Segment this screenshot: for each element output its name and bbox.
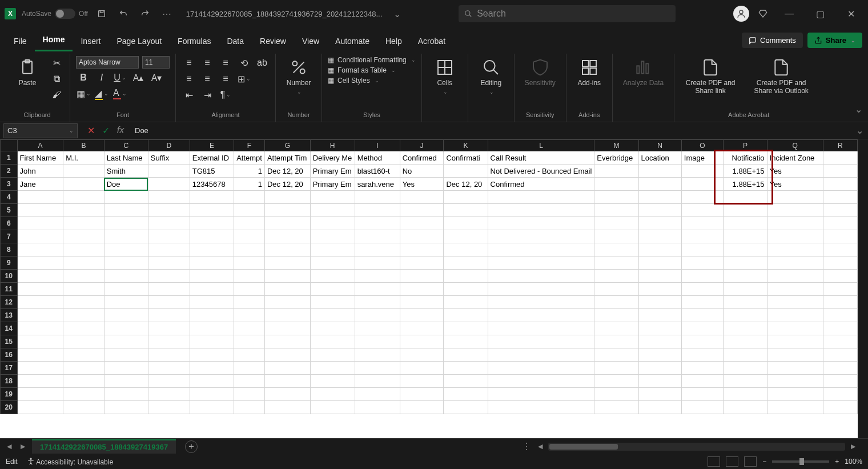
row-header[interactable]: 17 (1, 362, 18, 375)
cell[interactable]: Primary Em (310, 165, 355, 178)
cell[interactable] (355, 335, 400, 348)
cell[interactable] (681, 230, 723, 243)
cell[interactable] (310, 309, 355, 322)
redo-icon[interactable] (137, 6, 153, 22)
cell[interactable] (823, 217, 857, 230)
autosave-toggle[interactable]: AutoSave Off (22, 9, 88, 19)
cell[interactable] (104, 256, 148, 270)
cell[interactable] (310, 217, 355, 230)
cell[interactable] (681, 335, 723, 348)
cancel-edit-icon[interactable]: ✕ (85, 125, 97, 136)
cell[interactable] (104, 191, 148, 204)
cell[interactable] (638, 217, 681, 230)
cell[interactable] (724, 230, 767, 243)
cell[interactable] (310, 322, 355, 335)
ribbon-collapse-icon[interactable]: ⌄ (855, 104, 862, 115)
column-header[interactable]: O (681, 140, 723, 151)
cell[interactable] (310, 362, 355, 375)
tab-home[interactable]: Home (35, 29, 73, 51)
formula-input[interactable] (130, 123, 851, 138)
cell[interactable] (63, 335, 104, 348)
cell[interactable] (63, 375, 104, 388)
cell[interactable] (355, 322, 400, 335)
cell[interactable] (638, 375, 681, 388)
cells-button[interactable]: Cells⌄ (428, 56, 462, 97)
tab-page-layout[interactable]: Page Layout (108, 31, 170, 51)
cell[interactable] (400, 401, 444, 414)
cell[interactable] (63, 243, 104, 256)
cell[interactable] (400, 335, 444, 348)
cell[interactable]: Confirmed (400, 151, 444, 165)
number-format-button[interactable]: Number⌄ (282, 56, 316, 97)
zoom-out-icon[interactable]: − (762, 458, 766, 466)
cell[interactable]: Dec 12, 20 (444, 178, 488, 191)
cell[interactable] (190, 270, 234, 283)
cell[interactable] (638, 335, 681, 348)
align-right-icon[interactable]: ≡ (218, 72, 233, 86)
row-header[interactable]: 11 (1, 283, 18, 296)
cell[interactable] (355, 375, 400, 388)
cell[interactable] (488, 388, 594, 401)
cell[interactable] (17, 375, 63, 388)
increase-indent-icon[interactable]: ⇥ (200, 88, 215, 102)
cell[interactable] (594, 283, 638, 296)
cell[interactable] (190, 283, 234, 296)
cell[interactable]: Last Name (104, 151, 148, 165)
cell[interactable] (488, 309, 594, 322)
cell[interactable] (234, 335, 265, 348)
share-button[interactable]: Share⌄ (807, 33, 862, 48)
cell[interactable] (148, 296, 190, 309)
cell[interactable]: Not Delivered - Bounced Email (488, 165, 594, 178)
editing-button[interactable]: Editing⌄ (474, 56, 508, 97)
cell[interactable] (148, 388, 190, 401)
cell[interactable]: 12345678 (190, 178, 234, 191)
cell[interactable]: blast160-t (355, 165, 400, 178)
cell[interactable] (264, 335, 310, 348)
cell[interactable] (63, 178, 104, 191)
cell[interactable] (767, 256, 823, 270)
cell[interactable] (104, 348, 148, 362)
cell[interactable] (724, 348, 767, 362)
cell[interactable] (148, 375, 190, 388)
cell[interactable] (400, 283, 444, 296)
cell[interactable] (190, 322, 234, 335)
cell[interactable]: Attempt Tim (264, 151, 310, 165)
cell[interactable] (444, 348, 488, 362)
cell[interactable] (148, 165, 190, 178)
cell[interactable] (400, 191, 444, 204)
cell[interactable] (724, 283, 767, 296)
cell[interactable] (264, 388, 310, 401)
cell[interactable] (104, 388, 148, 401)
row-header[interactable]: 18 (1, 375, 18, 388)
horizontal-scrollbar[interactable]: ◀ ▶ (536, 443, 863, 451)
cell[interactable] (488, 348, 594, 362)
cell[interactable] (190, 243, 234, 256)
cell[interactable]: 1 (234, 165, 265, 178)
cell[interactable] (234, 362, 265, 375)
cell[interactable] (234, 204, 265, 217)
cell[interactable] (724, 243, 767, 256)
normal-view-icon[interactable] (708, 456, 720, 467)
cut-icon[interactable]: ✂ (49, 56, 64, 70)
cell[interactable] (148, 401, 190, 414)
cell[interactable] (190, 191, 234, 204)
cell[interactable] (681, 256, 723, 270)
column-header[interactable]: I (355, 140, 400, 151)
cell[interactable] (310, 388, 355, 401)
cell[interactable] (488, 401, 594, 414)
cell[interactable] (400, 348, 444, 362)
column-header[interactable]: G (264, 140, 310, 151)
font-name-select[interactable] (76, 56, 139, 69)
cell[interactable] (823, 191, 857, 204)
cell[interactable] (823, 335, 857, 348)
cell[interactable] (264, 362, 310, 375)
cell[interactable] (823, 375, 857, 388)
cell[interactable] (724, 401, 767, 414)
cell[interactable] (234, 401, 265, 414)
cell[interactable] (355, 362, 400, 375)
cell[interactable] (638, 309, 681, 322)
cell[interactable] (400, 256, 444, 270)
tab-file[interactable]: File (6, 31, 35, 51)
cell[interactable] (681, 191, 723, 204)
cell[interactable] (594, 309, 638, 322)
